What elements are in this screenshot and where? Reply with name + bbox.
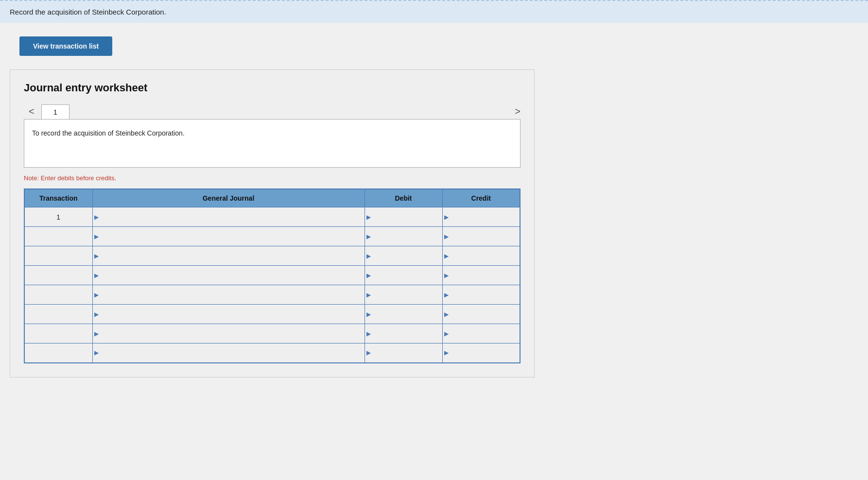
cell-transaction-7 — [24, 343, 92, 363]
debit-input-5[interactable] — [372, 305, 442, 324]
journal-input-0[interactable] — [100, 207, 365, 226]
cell-credit-5[interactable]: ▶ — [442, 305, 520, 324]
view-transactions-button[interactable]: View transaction list — [19, 36, 112, 56]
tab-description-text: To record the acquisition of Steinbeck C… — [32, 129, 185, 137]
journal-table: Transaction General Journal Debit Credit… — [24, 189, 521, 363]
debit-arrow-icon-1: ▶ — [365, 233, 372, 240]
cell-debit-6[interactable]: ▶ — [365, 324, 442, 343]
tab-description-box: To record the acquisition of Steinbeck C… — [24, 119, 521, 168]
credit-arrow-icon-3: ▶ — [443, 272, 450, 279]
debit-arrow-icon-4: ▶ — [365, 291, 372, 298]
credit-arrow-icon-7: ▶ — [443, 349, 450, 356]
credit-input-4[interactable] — [450, 285, 520, 304]
journal-arrow-icon-7: ▶ — [93, 349, 100, 356]
debit-input-0[interactable] — [372, 207, 442, 226]
header-transaction: Transaction — [24, 189, 92, 207]
cell-journal-4[interactable]: ▶ — [92, 285, 365, 305]
journal-input-5[interactable] — [100, 305, 365, 324]
worksheet-container: Journal entry worksheet < 1 > To record … — [10, 69, 535, 377]
cell-journal-6[interactable]: ▶ — [92, 324, 365, 343]
journal-input-4[interactable] — [100, 285, 365, 304]
debit-input-4[interactable] — [372, 285, 442, 304]
cell-transaction-1 — [24, 227, 92, 246]
cell-transaction-6 — [24, 324, 92, 343]
header-credit: Credit — [442, 189, 520, 207]
cell-debit-5[interactable]: ▶ — [365, 305, 442, 324]
credit-input-3[interactable] — [450, 266, 520, 285]
worksheet-title: Journal entry worksheet — [24, 82, 521, 94]
cell-credit-3[interactable]: ▶ — [442, 266, 520, 285]
cell-debit-0[interactable]: ▶ — [365, 207, 442, 227]
table-row: ▶▶▶ — [24, 227, 520, 246]
credit-arrow-icon-4: ▶ — [443, 291, 450, 298]
credit-input-2[interactable] — [450, 246, 520, 265]
debit-input-2[interactable] — [372, 246, 442, 265]
debit-input-6[interactable] — [372, 324, 442, 343]
prev-tab-arrow[interactable]: < — [24, 104, 39, 119]
cell-transaction-0: 1 — [24, 207, 92, 227]
journal-input-1[interactable] — [100, 227, 365, 246]
credit-input-1[interactable] — [450, 227, 520, 246]
debit-credit-note: Note: Enter debits before credits. — [24, 174, 521, 182]
credit-input-7[interactable] — [450, 343, 520, 362]
credit-input-6[interactable] — [450, 324, 520, 343]
tab-1[interactable]: 1 — [41, 104, 69, 119]
cell-journal-7[interactable]: ▶ — [92, 343, 365, 363]
debit-input-3[interactable] — [372, 266, 442, 285]
journal-arrow-icon-1: ▶ — [93, 233, 100, 240]
journal-arrow-icon-0: ▶ — [93, 214, 100, 221]
cell-debit-7[interactable]: ▶ — [365, 343, 442, 363]
header-general-journal: General Journal — [92, 189, 365, 207]
cell-debit-3[interactable]: ▶ — [365, 266, 442, 285]
cell-credit-1[interactable]: ▶ — [442, 227, 520, 246]
table-row: ▶▶▶ — [24, 343, 520, 363]
table-row: ▶▶▶ — [24, 246, 520, 266]
cell-transaction-3 — [24, 266, 92, 285]
debit-arrow-icon-5: ▶ — [365, 311, 372, 318]
cell-transaction-2 — [24, 246, 92, 266]
journal-arrow-icon-3: ▶ — [93, 272, 100, 279]
table-row: ▶▶▶ — [24, 324, 520, 343]
cell-journal-3[interactable]: ▶ — [92, 266, 365, 285]
cell-journal-5[interactable]: ▶ — [92, 305, 365, 324]
table-row: ▶▶▶ — [24, 266, 520, 285]
cell-transaction-5 — [24, 305, 92, 324]
cell-journal-2[interactable]: ▶ — [92, 246, 365, 266]
credit-arrow-icon-5: ▶ — [443, 311, 450, 318]
journal-input-2[interactable] — [100, 246, 365, 265]
cell-debit-1[interactable]: ▶ — [365, 227, 442, 246]
instruction-text: Record the acquisition of Steinbeck Corp… — [10, 8, 166, 16]
debit-input-1[interactable] — [372, 227, 442, 246]
journal-input-7[interactable] — [100, 343, 365, 362]
credit-input-0[interactable] — [450, 207, 520, 226]
debit-arrow-icon-2: ▶ — [365, 253, 372, 259]
cell-transaction-4 — [24, 285, 92, 305]
journal-arrow-icon-6: ▶ — [93, 330, 100, 337]
debit-arrow-icon-6: ▶ — [365, 330, 372, 337]
journal-input-3[interactable] — [100, 266, 365, 285]
journal-input-6[interactable] — [100, 324, 365, 343]
tab-navigation: < 1 > — [24, 104, 521, 119]
journal-arrow-icon-5: ▶ — [93, 311, 100, 318]
cell-credit-7[interactable]: ▶ — [442, 343, 520, 363]
credit-arrow-icon-1: ▶ — [443, 233, 450, 240]
table-row: 1▶▶▶ — [24, 207, 520, 227]
cell-credit-4[interactable]: ▶ — [442, 285, 520, 305]
cell-credit-0[interactable]: ▶ — [442, 207, 520, 227]
next-tab-arrow[interactable]: > — [510, 104, 521, 119]
cell-debit-4[interactable]: ▶ — [365, 285, 442, 305]
header-debit: Debit — [365, 189, 442, 207]
cell-credit-6[interactable]: ▶ — [442, 324, 520, 343]
debit-arrow-icon-7: ▶ — [365, 349, 372, 356]
credit-input-5[interactable] — [450, 305, 520, 324]
cell-journal-1[interactable]: ▶ — [92, 227, 365, 246]
instruction-bar: Record the acquisition of Steinbeck Corp… — [0, 0, 868, 23]
journal-arrow-icon-2: ▶ — [93, 253, 100, 259]
table-row: ▶▶▶ — [24, 285, 520, 305]
credit-arrow-icon-2: ▶ — [443, 253, 450, 259]
cell-credit-2[interactable]: ▶ — [442, 246, 520, 266]
debit-arrow-icon-0: ▶ — [365, 214, 372, 221]
cell-journal-0[interactable]: ▶ — [92, 207, 365, 227]
cell-debit-2[interactable]: ▶ — [365, 246, 442, 266]
debit-input-7[interactable] — [372, 343, 442, 362]
